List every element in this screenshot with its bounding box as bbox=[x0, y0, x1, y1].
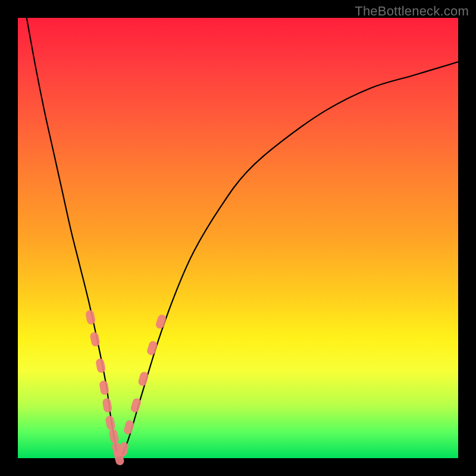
sample-marker bbox=[123, 419, 135, 436]
chart-frame: TheBottleneck.com bbox=[0, 0, 476, 476]
curve-layer bbox=[27, 18, 458, 458]
sample-marker bbox=[105, 415, 116, 431]
chart-svg bbox=[18, 18, 458, 458]
sample-marker bbox=[89, 331, 101, 347]
sample-marker bbox=[99, 380, 109, 396]
sample-marker bbox=[146, 340, 158, 356]
sample-marker bbox=[155, 314, 167, 330]
watermark-text: TheBottleneck.com bbox=[355, 4, 469, 19]
sample-marker bbox=[102, 397, 112, 413]
markers-layer bbox=[85, 309, 167, 466]
sample-marker bbox=[85, 309, 96, 325]
bottleneck-curve-path bbox=[27, 18, 458, 458]
plot-area bbox=[18, 18, 458, 458]
sample-marker bbox=[108, 428, 120, 444]
sample-marker bbox=[95, 358, 106, 374]
